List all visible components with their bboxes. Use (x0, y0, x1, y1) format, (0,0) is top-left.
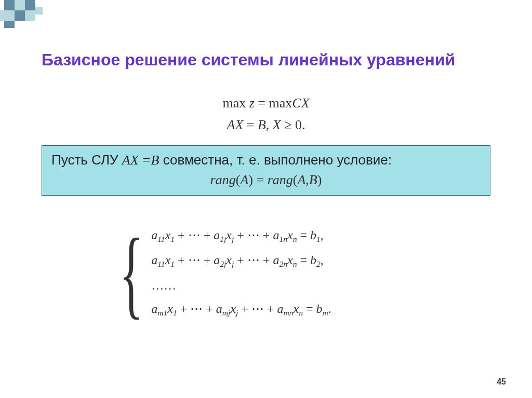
objective-block: max z = maxCX AX = B, X ≥ 0. (0, 92, 532, 135)
page-number: 45 (497, 377, 506, 387)
condition-box: Пусть СЛУ AX =B совместна, т. е. выполне… (42, 145, 490, 196)
equation-row-2: a11x1 + ⋯ + a2jxj + ⋯ + a2nxn = b2, (151, 253, 331, 269)
slide-title: Базисное решение системы линейных уравне… (42, 49, 488, 70)
condition-equation: rang(A) = rang(A,B) (51, 172, 481, 188)
left-brace: { (119, 229, 143, 318)
condition-axb: AX =B (122, 153, 159, 168)
condition-prefix: Пусть СЛУ (51, 152, 122, 168)
equation-row-3: …… (151, 279, 331, 293)
condition-suffix: совместна, т. е. выполнено условие: (159, 152, 392, 168)
condition-text: Пусть СЛУ AX =B совместна, т. е. выполне… (51, 152, 481, 168)
equation-system: { a11x1 + ⋯ + a1jxj + ⋯ + a1nxn = b1, a1… (119, 223, 331, 323)
corner-decoration (0, 0, 73, 31)
objective-line-2: AX = B, X ≥ 0. (0, 114, 532, 136)
equation-row-4: am1x1 + ⋯ + amjxj + ⋯ + amnxn = bm. (151, 302, 331, 318)
equation-row-1: a11x1 + ⋯ + a1jxj + ⋯ + a1nxn = b1, (151, 228, 331, 244)
objective-line-1: max z = maxCX (0, 92, 532, 114)
equation-rows: a11x1 + ⋯ + a1jxj + ⋯ + a1nxn = b1, a11x… (151, 223, 331, 323)
